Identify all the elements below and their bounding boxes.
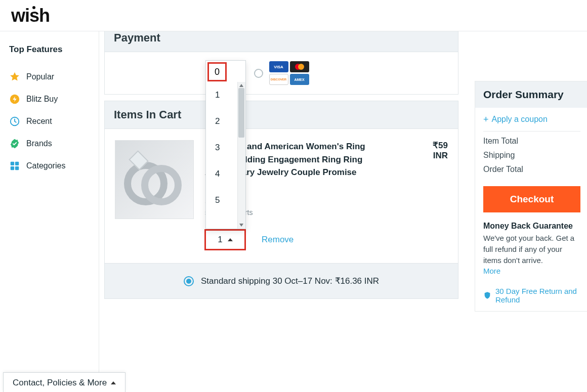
- scrollbar-thumb[interactable]: [238, 88, 244, 138]
- shipping-total-label: Shipping: [483, 151, 580, 160]
- chevron-up-icon: [111, 381, 116, 384]
- product-price: ₹59 INR: [433, 140, 448, 161]
- amex-logo: AMEX: [290, 74, 309, 85]
- shipping-label: Standard shipping 30 Oct–17 Nov: ₹16.36 …: [201, 276, 379, 286]
- credit-card-logos: VISA DISCOVER AMEX: [269, 61, 309, 85]
- more-link[interactable]: More: [483, 267, 500, 275]
- checkout-button[interactable]: Checkout: [483, 186, 580, 212]
- order-summary-panel: Order Summary + Apply a coupon Item Tota…: [475, 81, 587, 312]
- items-in-cart-heading: Items In Cart: [104, 101, 458, 128]
- visa-logo: VISA: [269, 61, 288, 72]
- radio-unselected-icon[interactable]: [254, 69, 263, 78]
- sidebar-item-label: Popular: [26, 72, 54, 81]
- sidebar-heading: Top Features: [9, 45, 90, 55]
- sidebar-item-label: Categories: [26, 161, 65, 170]
- payment-heading: Payment: [104, 31, 458, 52]
- svg-rect-5: [15, 166, 19, 170]
- order-summary-heading: Order Summary: [475, 81, 587, 108]
- product-info: European and American Women's Ring Bride…: [205, 140, 448, 250]
- apply-coupon-label: Apply a coupon: [492, 115, 548, 124]
- sidebar-item-blitz-buy[interactable]: Blitz Buy: [9, 88, 90, 110]
- quantity-options-scroll[interactable]: 1 2 3 4 5: [206, 82, 245, 229]
- quantity-select[interactable]: 1 1 2 3: [205, 230, 245, 250]
- sidebar-item-recent[interactable]: Recent: [9, 110, 90, 133]
- ring-image: [124, 152, 185, 207]
- item-total-label: Item Total: [483, 137, 580, 146]
- price-currency: INR: [433, 151, 448, 161]
- cart-item-row: European and American Women's Ring Bride…: [115, 140, 448, 250]
- sidebar-item-label: Brands: [26, 139, 52, 148]
- plus-icon: +: [483, 115, 489, 124]
- logo-text: wish: [11, 5, 50, 26]
- scroll-down-icon[interactable]: [239, 224, 243, 228]
- footer-policies-label: Contact, Policies & More: [13, 378, 107, 388]
- sidebar-item-brands[interactable]: Brands: [9, 133, 90, 155]
- svg-rect-3: [15, 162, 19, 165]
- wish-logo[interactable]: wish: [11, 5, 50, 26]
- star-icon: [9, 71, 20, 82]
- caret-up-icon: [228, 238, 233, 241]
- return-policy-label: 30 Day Free Return and Refund: [495, 287, 580, 304]
- discover-logo: DISCOVER: [269, 74, 288, 85]
- sidebar-item-categories[interactable]: Categories: [9, 155, 90, 177]
- mastercard-logo: [290, 61, 309, 72]
- payment-method-option[interactable]: VISA DISCOVER AMEX: [104, 52, 458, 95]
- quantity-dropdown: 1 2 3 4 5: [205, 60, 246, 229]
- scrollbar-track[interactable]: [237, 82, 245, 229]
- cart-items-panel: European and American Women's Ring Bride…: [104, 128, 458, 264]
- return-policy-link[interactable]: 30 Day Free Return and Refund: [483, 287, 580, 304]
- remove-item-link[interactable]: Remove: [262, 235, 294, 245]
- svg-rect-2: [11, 162, 14, 165]
- sidebar: Top Features Popular Blitz Buy Recent Br…: [0, 31, 99, 392]
- shipping-option-row[interactable]: Standard shipping 30 Oct–17 Nov: ₹16.36 …: [104, 264, 458, 299]
- quantity-value: 1: [218, 235, 222, 245]
- sidebar-item-popular[interactable]: Popular: [9, 66, 90, 88]
- sidebar-item-label: Recent: [26, 117, 52, 126]
- radio-selected-icon[interactable]: [184, 276, 194, 286]
- apply-coupon-link[interactable]: + Apply a coupon: [483, 115, 580, 132]
- shield-icon: [483, 291, 491, 300]
- clock-icon: [9, 116, 20, 127]
- top-bar: wish: [0, 0, 587, 31]
- svg-rect-4: [11, 166, 14, 170]
- product-thumbnail[interactable]: [115, 140, 194, 219]
- logo-dot: [32, 6, 35, 9]
- sidebar-item-label: Blitz Buy: [26, 95, 58, 104]
- grid-icon: [9, 160, 20, 171]
- verified-icon: [9, 138, 20, 149]
- coin-icon: [9, 94, 20, 105]
- money-back-title: Money Back Guarantee: [483, 222, 580, 231]
- order-total-label: Order Total: [483, 165, 580, 174]
- quantity-input[interactable]: [209, 64, 225, 80]
- price-value: ₹59: [433, 140, 448, 151]
- footer-policies-toggle[interactable]: Contact, Policies & More: [3, 372, 125, 392]
- money-back-text: We've got your back. Get a full refund i…: [483, 233, 580, 266]
- checkout-label: Checkout: [510, 194, 554, 205]
- scroll-up-icon[interactable]: [239, 83, 243, 87]
